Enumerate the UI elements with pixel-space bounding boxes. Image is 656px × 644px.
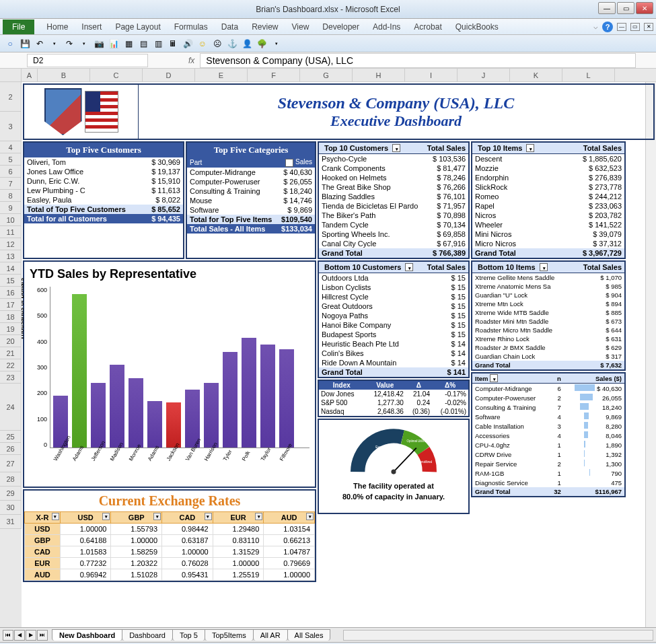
dropdown-icon[interactable]: ▾ [255,513,262,520]
sad-icon[interactable]: ☹ [211,38,223,50]
sheet-tab[interactable]: All AR [253,629,288,641]
ribbon-tab-home[interactable]: Home [40,20,75,34]
dropdown-icon[interactable]: ▾ [153,513,161,520]
chart-bar[interactable] [223,352,238,448]
filter-icon[interactable]: ▾ [405,263,413,271]
exchange-header[interactable]: X-R▾ [25,512,61,524]
prev-sheet-button[interactable]: ◀ [14,630,25,641]
row-header[interactable]: 9 [0,202,22,214]
person-icon[interactable]: 👤 [241,38,253,50]
ribbon-tab-insert[interactable]: Insert [75,20,108,34]
row-header[interactable]: 4 [0,141,22,153]
filter-icon[interactable]: ▾ [285,159,293,167]
row-header[interactable]: 20 [0,335,22,347]
ytd-sales-chart[interactable]: YTD Sales by Representative Thousands of… [23,260,316,488]
row-header[interactable]: 28 [0,472,22,487]
ribbon-tab-data[interactable]: Data [215,20,245,34]
close-button[interactable]: ✕ [636,2,653,14]
row-header[interactable]: 30 [0,501,22,515]
maximize-button[interactable]: ▭ [617,2,634,14]
qat-customize-icon[interactable]: ▾ [270,38,283,50]
exchange-header[interactable]: AUD▾ [264,512,315,524]
row-header[interactable]: 6 [0,166,22,178]
sheet-tab[interactable]: Dashboard [122,629,173,641]
chart-bar[interactable] [147,401,162,448]
row-header[interactable]: 8 [0,190,22,202]
name-box[interactable]: D2 [27,54,148,67]
row-header[interactable]: 7 [0,178,22,190]
row-header[interactable]: 16 [0,287,22,299]
row-header[interactable]: 23 [0,371,22,384]
chart-bar[interactable] [279,349,294,448]
chart-bar[interactable] [110,365,124,448]
minimize-button[interactable]: — [598,2,616,14]
dropdown-icon[interactable]: ▾ [52,513,59,520]
ribbon-tab-pagelayout[interactable]: Page Layout [108,20,167,34]
filter-icon[interactable]: ▾ [540,263,548,271]
row-header[interactable]: 17 [0,299,22,311]
column-header[interactable]: E [195,69,248,81]
column-header[interactable]: K [510,69,562,81]
ribbon-tab-acrobat[interactable]: Acrobat [407,20,448,34]
chart-bar[interactable] [91,383,106,448]
row-header[interactable]: 14 [0,262,22,275]
row-header[interactable]: 12 [0,238,22,250]
undo-icon[interactable]: ↶ [34,38,46,50]
doc-close-button[interactable]: ✕ [644,23,653,31]
dropdown-icon[interactable]: ▾ [205,513,212,520]
column-header[interactable]: C [90,69,143,81]
row-header[interactable]: 15 [0,275,22,287]
row-header[interactable]: 24 [0,384,22,431]
calc-icon[interactable]: 🖩 [167,38,179,50]
tree-icon[interactable]: 🌳 [256,38,268,50]
sheet-tab[interactable]: New Dashboard [52,629,122,641]
chart-bar[interactable] [260,345,275,448]
column-header[interactable]: B [38,69,90,81]
row-header[interactable]: 29 [0,487,22,501]
camera-icon[interactable]: 📷 [93,38,105,50]
row-header[interactable]: 25 [0,431,22,443]
column-header[interactable]: D [143,69,195,81]
row-header[interactable]: 21 [0,347,22,359]
fx-icon[interactable]: fx [188,56,194,65]
formula-input[interactable]: Stevenson & Company (USA), LLC [200,53,636,68]
column-header[interactable]: A [22,69,38,81]
row-header[interactable]: 13 [0,250,22,262]
row-header[interactable]: 18 [0,311,22,323]
row-header[interactable]: 22 [0,359,22,371]
chart-bar[interactable] [129,378,143,448]
row-header[interactable]: 5 [0,153,22,166]
row-header[interactable]: 2 [0,82,22,112]
help-icon[interactable]: ? [602,22,613,32]
ribbon-tab-addins[interactable]: Add-Ins [366,20,407,34]
redo-dropdown-icon[interactable]: ▾ [78,38,90,50]
new-icon[interactable]: ○ [4,38,16,50]
column-header[interactable]: F [248,69,300,81]
dropdown-icon[interactable]: ▾ [306,513,314,520]
column-header[interactable]: H [353,69,405,81]
file-tab[interactable]: File [3,20,34,34]
column-header[interactable]: G [300,69,353,81]
speak-icon[interactable]: 🔊 [182,38,194,50]
row-header[interactable]: 11 [0,226,22,238]
undo-dropdown-icon[interactable]: ▾ [48,38,61,50]
chart-bar[interactable] [204,383,219,448]
column-header[interactable]: I [405,69,458,81]
exchange-header[interactable]: EUR▾ [213,512,264,524]
row-header[interactable]: 3 [0,112,22,141]
chart-icon[interactable]: 📊 [108,38,120,50]
ribbon-tab-view[interactable]: View [285,20,316,34]
first-sheet-button[interactable]: ⏮ [3,630,13,641]
chart-bar[interactable] [242,338,256,448]
chart-bar[interactable] [72,294,87,448]
next-sheet-button[interactable]: ▶ [26,630,36,641]
row-header[interactable]: 27 [0,455,22,472]
redo-icon[interactable]: ↷ [63,38,75,50]
row-header[interactable]: 19 [0,323,22,335]
smiley-icon[interactable]: ☺ [196,38,209,50]
filter-icon[interactable]: ▾ [392,144,400,152]
row-header[interactable]: 10 [0,214,22,226]
row-header[interactable]: 31 [0,515,22,529]
ribbon-tab-quickbooks[interactable]: QuickBooks [449,20,505,34]
ribbon-tab-developer[interactable]: Developer [316,20,366,34]
